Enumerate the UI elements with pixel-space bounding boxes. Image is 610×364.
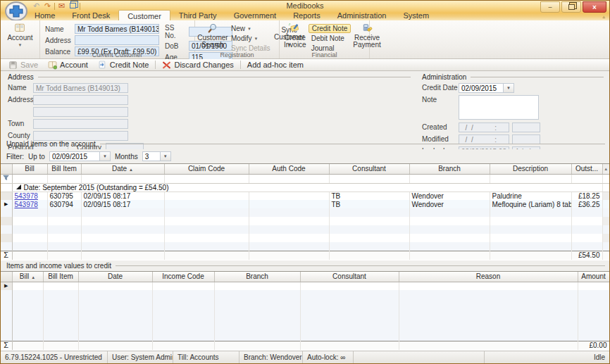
address-field-1[interactable] [33,95,128,105]
create-invoice-button[interactable]: Create Invoice [282,22,309,50]
scrollbar-track[interactable] [602,192,609,200]
debit-note-button[interactable]: Debit Note [309,34,351,43]
column-header-bill[interactable]: Bill▲ [12,272,43,282]
scrollbar-track[interactable] [602,174,609,183]
column-header-reason[interactable]: Reason [399,272,578,282]
invoice-icon [287,23,303,33]
column-header-amount[interactable]: Amount [578,272,609,282]
scrollbar-track[interactable] [602,225,609,234]
cell [12,315,43,324]
scrollbar-track[interactable] [602,234,609,242]
tab-home[interactable]: Home [26,10,63,20]
tab-administration[interactable]: Administration [329,10,395,20]
column-header-income-code[interactable]: Income Code [152,272,214,282]
column-header-auth-code[interactable]: Auth Code [249,164,329,174]
county-field[interactable] [33,131,128,141]
column-header-consultant[interactable]: Consultant [329,164,409,174]
column-header-claim-code[interactable]: Claim Code [164,164,249,174]
table-row[interactable]: 54397863079502/09/15 08:17TBWendoverPalu… [1,192,609,200]
cell [43,282,78,290]
tab-customer[interactable]: Customer [118,10,170,20]
account-button[interactable]: Account ▼ [5,22,35,50]
toolbar-separator [240,61,241,69]
save-icon [8,61,18,70]
note-label: Note [422,95,459,103]
cell [300,299,399,307]
window-copy-icon[interactable] [68,2,77,10]
column-header-branch[interactable]: Branch [409,164,490,174]
column-header-bill-item[interactable]: Bill Item [47,164,81,174]
filter-row[interactable] [1,174,609,183]
town-field[interactable] [33,119,128,129]
row-indicator [1,192,12,200]
credit-note-button[interactable]: Credit Note [309,24,351,33]
cell [81,208,164,217]
scrollbar-track[interactable] [602,208,609,217]
upto-date-dropdown[interactable]: ▼ [100,151,111,161]
modify-button[interactable]: Modify▼ [228,34,273,43]
account-toolbar-button[interactable]: Account [43,60,93,70]
column-header-consultant[interactable]: Consultant [300,272,399,282]
tab-government[interactable]: Government [225,10,285,20]
cell: 630795 [47,192,81,200]
administration-section-title: Administration [422,73,466,81]
cell: 02/09/15 08:17 [81,192,164,200]
bill-link[interactable]: 543978 [15,192,38,200]
name-field[interactable]: Mr Todd Barnes (B149013) [33,83,128,93]
account-button-label: Account [7,34,32,42]
tab-system[interactable]: System [394,10,437,20]
new-button[interactable]: New▼ [228,24,273,33]
credit-date-field[interactable]: 02/09/2015 [459,83,504,93]
bill-link[interactable]: 543978 [15,201,38,208]
group-expander-icon[interactable] [16,184,21,189]
send-icon[interactable]: ✉ [57,2,66,10]
cell [43,324,78,332]
months-label: Months [115,153,138,161]
ribbon-corner-icon[interactable]: ▵ [602,14,605,20]
group-row[interactable]: Date: September 2015 (Outstanding = £54.… [1,183,609,192]
cell [300,332,399,341]
column-header-date[interactable]: Date [78,272,152,282]
tab-third-party[interactable]: Third Party [170,10,225,20]
cell [47,242,81,251]
credit-date-dropdown[interactable]: ▼ [504,83,514,93]
column-header-description[interactable]: Description [490,164,571,174]
credit-note-toolbar-button[interactable]: Credit Note [93,60,154,70]
discard-changes-button[interactable]: Discard Changes [157,60,238,70]
column-header-date[interactable]: Date▲ [81,164,164,174]
months-dropdown[interactable]: ▼ [161,151,171,161]
note-field[interactable] [459,95,539,120]
scrollbar-up-icon[interactable]: ▲ [602,164,609,174]
cell [300,290,399,299]
cell [214,332,300,341]
cell [249,225,329,234]
column-header-bill[interactable]: Bill [12,164,47,174]
scrollbar-track[interactable] [602,217,609,225]
minimize-button[interactable]: – [540,1,560,13]
tab-reports[interactable]: Reports [285,10,329,20]
cell [78,282,152,290]
column-header-branch[interactable]: Branch [214,272,300,282]
ribbon-address-field[interactable] [75,35,159,45]
column-header-bill-item[interactable]: Bill Item [43,272,78,282]
redo-icon[interactable]: ↷ [43,2,52,10]
ribbon-name-field[interactable]: Mr Todd Barnes (B149013) [75,24,159,34]
undo-icon[interactable]: ↶ [32,2,41,10]
save-button[interactable]: Save [4,60,43,70]
upto-date-field[interactable]: 02/09/2015 [49,151,100,161]
close-button[interactable]: × [583,1,606,13]
cell [399,332,578,341]
table-row[interactable]: ▶54397863079402/09/15 08:17TBWendoverMef… [1,200,609,208]
column-header-outst[interactable]: Outst... [571,164,602,174]
add-adhoc-item-button[interactable]: Add ad-hoc item [242,60,309,70]
customer-search-button[interactable]: Customer Search [197,22,228,50]
receive-payment-button[interactable]: Receive Payment [351,22,382,50]
scrollbar-track[interactable] [602,200,609,208]
tab-front-desk[interactable]: Front Desk [63,10,118,20]
restore-button[interactable] [561,1,581,13]
scrollbar-track[interactable] [602,242,609,251]
cell [12,290,43,299]
application-menu-button[interactable] [4,1,28,20]
address-field-2[interactable] [33,107,128,117]
months-field[interactable]: 3 [142,151,161,161]
